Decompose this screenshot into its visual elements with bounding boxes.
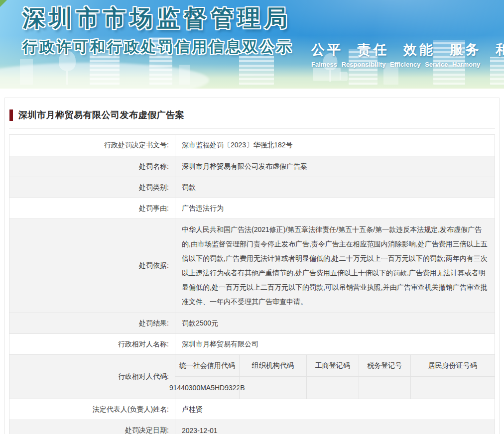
codes-value-org-code	[239, 377, 306, 399]
row-value: 2023-12-01	[175, 420, 495, 434]
codes-header: 工商登记码	[306, 355, 359, 376]
truck-icon	[313, 67, 350, 84]
codes-value-tax-reg	[359, 377, 410, 399]
codes-value-id-number	[410, 377, 495, 399]
table-row-decision-date: 处罚决定日期: 2023-12-01	[9, 420, 495, 434]
row-value: 深圳市月桦贸易有限公司发布虚假广告案	[175, 156, 495, 177]
codes-header-row: 统一社会信用代码 组织机构代码 工商登记码 税务登记号 居民身份证号码	[175, 355, 495, 377]
codes-table: 统一社会信用代码 组织机构代码 工商登记码 税务登记号 居民身份证号码 9144…	[175, 355, 495, 399]
penalty-info-table: 行政处罚决定书文号: 深市监福处罚〔2023〕华强北182号 处罚名称: 深圳市…	[9, 134, 495, 434]
codes-value-business-reg	[306, 377, 359, 399]
building-icon	[179, 65, 190, 85]
row-value: 罚款2500元	[175, 313, 495, 333]
site-banner: 深圳市市场监督管理局 行政许可和行政处罚信用信息双公示 公平 责任 效能 服务 …	[0, 0, 504, 89]
row-value: 广告违法行为	[175, 198, 495, 218]
codes-header: 居民身份证号码	[410, 355, 495, 376]
title-divider	[9, 128, 495, 129]
table-row-party-codes: 行政相对人代码: 统一社会信用代码 组织机构代码 工商登记码 税务登记号 居民身…	[9, 354, 495, 399]
table-row-legal-representative: 法定代表人(负责人)姓名: 卢桂贤	[9, 399, 495, 420]
row-label: 行政处罚决定书文号:	[9, 135, 175, 156]
table-row-penalty-basis: 处罚依据: 中华人民共和国广告法(2021修正)/第五章法律责任/第五十五条/第…	[9, 218, 495, 313]
row-label: 处罚依据:	[9, 219, 175, 313]
row-label: 处罚类别:	[9, 177, 175, 198]
codes-cell: 统一社会信用代码 组织机构代码 工商登记码 税务登记号 居民身份证号码 9144…	[175, 355, 495, 399]
slogan-chinese: 公平 责任 效能 服务 和谐	[311, 41, 504, 59]
case-title-block: 深圳市月桦贸易有限公司发布虚假广告案	[9, 109, 495, 121]
row-value: 罚款	[175, 177, 495, 198]
row-value: 卢桂贤	[175, 399, 495, 420]
building-icon	[20, 59, 33, 85]
table-row-penalty-name: 处罚名称: 深圳市月桦贸易有限公司发布虚假广告案	[9, 156, 495, 177]
slogan-english: Faimess Responsibility Efficiency Servic…	[311, 61, 504, 68]
site-subtitle: 行政许可和行政处罚信用信息双公示	[22, 37, 293, 57]
case-title: 深圳市月桦贸易有限公司发布虚假广告案	[18, 109, 184, 121]
building-icon	[90, 53, 120, 85]
row-label: 行政相对人代码:	[9, 355, 175, 399]
row-label: 行政相对人名称:	[9, 334, 175, 354]
table-row-penalty-category: 处罚类别: 罚款	[9, 177, 495, 198]
codes-header: 税务登记号	[359, 355, 410, 376]
slogan-block: 公平 责任 效能 服务 和谐 Faimess Responsibility Ef…	[311, 41, 504, 68]
content-panel: 深圳市月桦贸易有限公司发布虚假广告案 行政处罚决定书文号: 深市监福处罚〔202…	[4, 98, 500, 434]
row-label: 处罚名称:	[9, 156, 175, 177]
row-label: 处罚事由:	[9, 198, 175, 218]
hill-decoration	[0, 63, 209, 89]
building-icon	[239, 56, 274, 85]
title-accent-bar	[9, 109, 13, 121]
row-value: 中华人民共和国广告法(2021修正)/第五章法律责任/第五十五条/第一款违反本法…	[175, 219, 495, 313]
table-row-penalty-result: 处罚结果: 罚款2500元	[9, 313, 495, 333]
codes-header: 组织机构代码	[239, 355, 306, 376]
site-title: 深圳市市场监督管理局	[22, 3, 291, 34]
corner-leaf-icon	[0, 0, 7, 7]
row-label: 处罚结果:	[9, 313, 175, 333]
row-value: 深圳市月桦贸易有限公司	[175, 334, 495, 354]
row-label: 法定代表人(负责人)姓名:	[9, 399, 175, 420]
table-row-document-number: 行政处罚决定书文号: 深市监福处罚〔2023〕华强北182号	[9, 135, 495, 156]
table-row-party-name: 行政相对人名称: 深圳市月桦贸易有限公司	[9, 333, 495, 354]
table-row-penalty-reason: 处罚事由: 广告违法行为	[9, 198, 495, 218]
codes-value-row: 91440300MA5HD9322B	[175, 377, 495, 399]
codes-header: 统一社会信用代码	[175, 355, 239, 376]
row-value: 深市监福处罚〔2023〕华强北182号	[175, 135, 495, 156]
codes-value-credit-code: 91440300MA5HD9322B	[175, 377, 239, 399]
row-label: 处罚决定日期:	[9, 420, 175, 434]
